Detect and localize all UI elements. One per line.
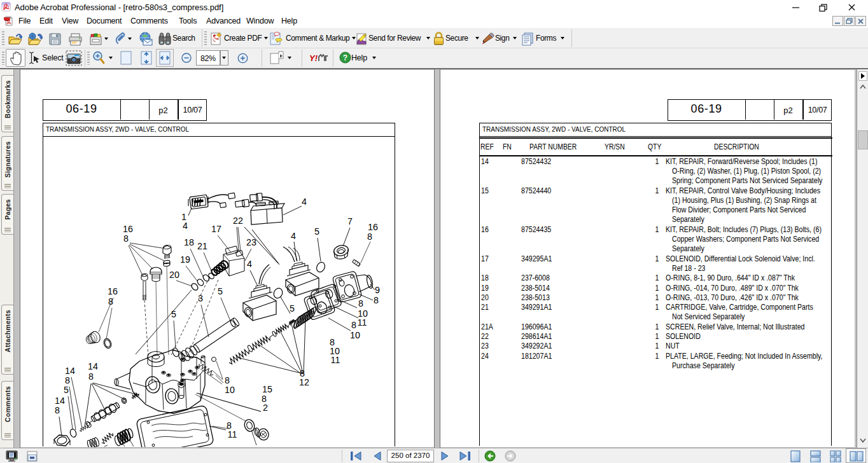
svg-text:23: 23 (246, 237, 256, 247)
svg-text:8: 8 (123, 233, 129, 244)
svg-text:?: ? (343, 53, 347, 62)
svg-text:20: 20 (169, 270, 179, 280)
svg-text:8: 8 (88, 371, 94, 382)
svg-text:14: 14 (65, 366, 75, 376)
svg-text:12: 12 (299, 377, 309, 387)
svg-text:5: 5 (290, 303, 295, 314)
svg-text:11: 11 (228, 429, 237, 439)
svg-text:8: 8 (65, 375, 70, 385)
svg-text:16: 16 (123, 224, 133, 234)
svg-text:7: 7 (347, 216, 353, 226)
svg-text:2: 2 (263, 403, 268, 413)
svg-text:5: 5 (218, 286, 223, 296)
svg-text:5: 5 (64, 385, 69, 395)
svg-text:8: 8 (374, 295, 379, 305)
svg-text:17: 17 (211, 224, 221, 234)
svg-text:10: 10 (350, 330, 360, 340)
svg-text:4: 4 (302, 197, 307, 207)
svg-text:14: 14 (88, 361, 98, 371)
svg-text:11: 11 (331, 355, 340, 365)
svg-text:8: 8 (351, 320, 356, 330)
svg-text:22: 22 (233, 216, 243, 226)
svg-text:8: 8 (108, 296, 113, 307)
svg-text:4: 4 (291, 231, 296, 241)
svg-text:8: 8 (358, 298, 363, 308)
svg-text:15: 15 (262, 384, 272, 394)
svg-text:3: 3 (198, 293, 203, 303)
svg-text:8: 8 (55, 405, 60, 415)
svg-text:16: 16 (108, 286, 118, 296)
svg-text:8: 8 (225, 375, 230, 385)
svg-text:19: 19 (180, 254, 190, 265)
svg-text:5: 5 (171, 309, 176, 319)
svg-text:11: 11 (358, 317, 367, 328)
svg-text:4: 4 (247, 259, 252, 269)
svg-text:4: 4 (183, 221, 188, 231)
svg-text:8: 8 (367, 232, 372, 242)
svg-text:21: 21 (197, 241, 207, 251)
svg-text:5: 5 (314, 226, 319, 237)
svg-text:10: 10 (225, 385, 235, 395)
svg-text:18: 18 (184, 237, 194, 247)
svg-text:14: 14 (55, 396, 65, 406)
svg-text:16: 16 (368, 222, 378, 232)
svg-text:9: 9 (375, 285, 380, 295)
